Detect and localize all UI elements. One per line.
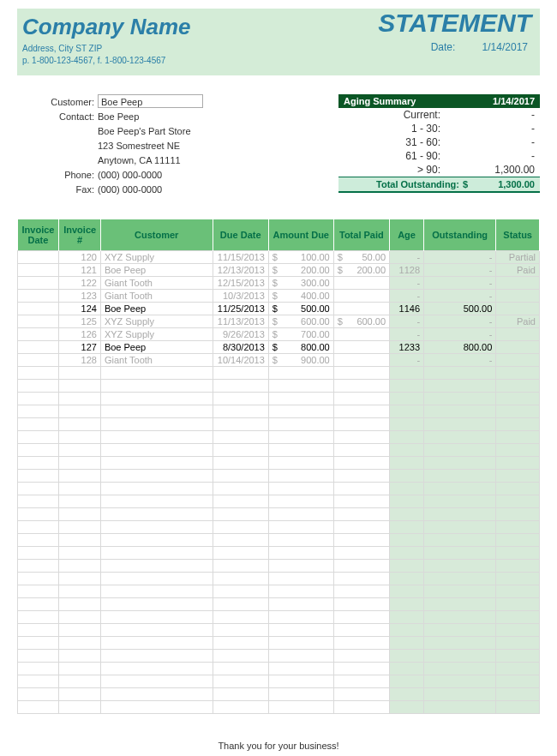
cell-invoice-num[interactable] (59, 624, 100, 637)
cell-amount-due[interactable]: $600.00 (268, 315, 333, 328)
cell-amount-due[interactable] (268, 508, 333, 521)
cell-customer[interactable]: XYZ Supply (100, 328, 213, 341)
cell-invoice-num[interactable]: 124 (59, 303, 100, 315)
cell-outstanding[interactable] (424, 663, 496, 675)
cell-outstanding[interactable] (424, 598, 496, 611)
cell-outstanding[interactable] (424, 367, 496, 380)
cell-due-date[interactable]: 8/30/2013 (213, 341, 268, 354)
cell-amount-due[interactable] (268, 663, 333, 675)
cell-customer[interactable] (100, 560, 213, 573)
cell-due-date[interactable] (213, 675, 268, 688)
cell-amount-due[interactable] (268, 470, 333, 483)
cell-invoice-num[interactable] (59, 483, 100, 495)
cell-invoice-num[interactable] (59, 521, 100, 534)
cell-invoice-num[interactable]: 121 (59, 264, 100, 277)
cell-status[interactable] (496, 521, 540, 534)
cell-outstanding[interactable]: - (424, 251, 496, 264)
cell-total-paid[interactable] (333, 650, 389, 663)
cell-invoice-num[interactable] (59, 650, 100, 663)
cell-age[interactable]: 1233 (390, 341, 424, 354)
cell-invoice-date[interactable] (18, 264, 59, 277)
cell-amount-due[interactable] (268, 688, 333, 701)
cell-invoice-num[interactable] (59, 431, 100, 444)
cell-outstanding[interactable] (424, 431, 496, 444)
cell-invoice-date[interactable] (18, 701, 59, 714)
cell-customer[interactable] (100, 573, 213, 585)
cell-outstanding[interactable]: - (424, 315, 496, 328)
cell-age[interactable] (390, 483, 424, 495)
cell-invoice-date[interactable] (18, 418, 59, 431)
cell-amount-due[interactable] (268, 495, 333, 508)
cell-customer[interactable] (100, 675, 213, 688)
cell-age[interactable] (390, 380, 424, 393)
cell-invoice-date[interactable] (18, 688, 59, 701)
cell-status[interactable] (496, 341, 540, 354)
cell-due-date[interactable] (213, 483, 268, 495)
cell-status[interactable]: Paid (496, 315, 540, 328)
cell-due-date[interactable] (213, 508, 268, 521)
cell-amount-due[interactable]: $700.00 (268, 328, 333, 341)
cell-status[interactable] (496, 303, 540, 315)
cell-due-date[interactable] (213, 560, 268, 573)
cell-customer[interactable] (100, 611, 213, 624)
cell-total-paid[interactable] (333, 418, 389, 431)
cell-customer[interactable] (100, 701, 213, 714)
cell-age[interactable] (390, 585, 424, 598)
cell-invoice-date[interactable] (18, 521, 59, 534)
cell-amount-due[interactable] (268, 483, 333, 495)
cell-age[interactable] (390, 637, 424, 650)
cell-outstanding[interactable] (424, 701, 496, 714)
cell-invoice-date[interactable] (18, 367, 59, 380)
cell-customer[interactable] (100, 547, 213, 560)
cell-age[interactable] (390, 701, 424, 714)
cell-invoice-date[interactable] (18, 483, 59, 495)
cell-total-paid[interactable] (333, 393, 389, 405)
cell-status[interactable] (496, 547, 540, 560)
cell-status[interactable] (496, 418, 540, 431)
cell-total-paid[interactable] (333, 277, 389, 290)
cell-total-paid[interactable] (333, 560, 389, 573)
cell-total-paid[interactable] (333, 637, 389, 650)
cell-status[interactable] (496, 495, 540, 508)
cell-customer[interactable] (100, 508, 213, 521)
cell-invoice-num[interactable] (59, 585, 100, 598)
cell-total-paid[interactable] (333, 688, 389, 701)
cell-age[interactable] (390, 624, 424, 637)
cell-customer[interactable] (100, 495, 213, 508)
cell-invoice-date[interactable] (18, 354, 59, 367)
cell-status[interactable] (496, 470, 540, 483)
cell-invoice-date[interactable] (18, 405, 59, 418)
cell-outstanding[interactable] (424, 470, 496, 483)
cell-age[interactable]: - (390, 315, 424, 328)
cell-age[interactable] (390, 470, 424, 483)
cell-outstanding[interactable] (424, 483, 496, 495)
cell-status[interactable] (496, 624, 540, 637)
cell-invoice-date[interactable] (18, 663, 59, 675)
cell-invoice-date[interactable] (18, 277, 59, 290)
cell-invoice-num[interactable] (59, 598, 100, 611)
cell-age[interactable]: - (390, 277, 424, 290)
cell-customer[interactable]: XYZ Supply (100, 315, 213, 328)
cell-age[interactable] (390, 650, 424, 663)
cell-due-date[interactable] (213, 418, 268, 431)
cell-age[interactable]: - (390, 354, 424, 367)
cell-due-date[interactable] (213, 367, 268, 380)
cell-invoice-date[interactable] (18, 624, 59, 637)
cell-invoice-num[interactable] (59, 444, 100, 457)
cell-customer[interactable]: Giant Tooth (100, 354, 213, 367)
cell-invoice-num[interactable]: 122 (59, 277, 100, 290)
cell-status[interactable] (496, 598, 540, 611)
cell-invoice-date[interactable] (18, 573, 59, 585)
cell-age[interactable] (390, 495, 424, 508)
cell-invoice-date[interactable] (18, 457, 59, 470)
cell-customer[interactable] (100, 585, 213, 598)
cell-customer[interactable] (100, 483, 213, 495)
cell-status[interactable] (496, 611, 540, 624)
cell-status[interactable] (496, 701, 540, 714)
cell-age[interactable] (390, 573, 424, 585)
cell-due-date[interactable] (213, 444, 268, 457)
cell-invoice-date[interactable] (18, 303, 59, 315)
cell-age[interactable] (390, 418, 424, 431)
cell-age[interactable] (390, 611, 424, 624)
cell-customer[interactable] (100, 598, 213, 611)
